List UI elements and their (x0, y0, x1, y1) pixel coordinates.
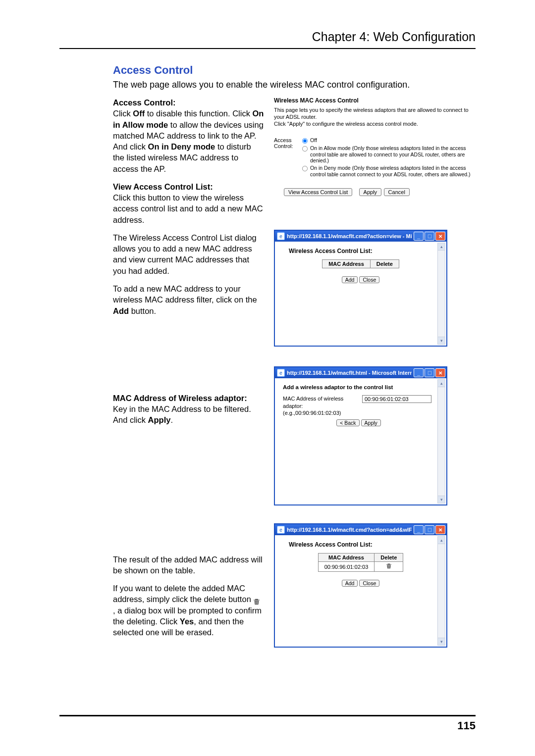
section-intro: The web page allows you to enable the wi… (113, 80, 476, 90)
panel1-buttons: View Access Control List Apply Cancel (284, 187, 476, 196)
scrollbar[interactable]: ▴▾ (437, 536, 445, 646)
mac-table-empty: MAC AddressDelete (322, 259, 399, 268)
ie-icon: e (277, 526, 285, 534)
apply-button[interactable]: Apply (361, 419, 381, 426)
mac-cell: 00:90:96:01:02:03 (318, 562, 374, 572)
scroll-down-icon[interactable]: ▾ (438, 496, 445, 503)
radio-deny[interactable] (302, 166, 308, 171)
trash-icon (253, 597, 260, 604)
radio-allow-label: On in Allow mode (Only those wireless ad… (310, 145, 476, 164)
view-list-heading: View Access Control List: (113, 182, 213, 191)
view-access-control-list-button[interactable]: View Access Control List (284, 188, 352, 196)
ie-icon: e (277, 232, 285, 240)
url-text: http://192.168.1.1/wlmacflt.html - Micro… (287, 370, 412, 376)
scroll-down-icon[interactable]: ▾ (438, 638, 445, 645)
mac-field-label: MAC Address of wireless adaptor: (283, 396, 343, 408)
titlebar: e http://192.168.1.1/wlmacflt.cmd?action… (275, 231, 446, 242)
minimize-button[interactable]: _ (414, 368, 424, 377)
access-control-panel: Wireless MAC Access Control This page le… (274, 97, 476, 196)
delete-row-button[interactable] (386, 563, 392, 570)
scroll-down-icon[interactable]: ▾ (438, 337, 445, 344)
mac-addr-heading: MAC Address of Wireless adaptor: (113, 394, 247, 403)
section-title: Access Control (113, 64, 476, 77)
window-body: ▴▾ Wireless Access Control List: MAC Add… (275, 242, 446, 346)
right-column: Wireless MAC Access Control This page le… (274, 97, 476, 648)
page: Chapter 4: Web Configuration Access Cont… (0, 0, 535, 756)
panel1-title: Wireless MAC Access Control (274, 97, 476, 104)
window-access-list-empty: e http://192.168.1.1/wlmacflt.cmd?action… (274, 230, 447, 347)
col-mac: MAC Address (318, 554, 374, 562)
maximize-button[interactable]: ☐ (425, 232, 434, 241)
ie-icon: e (277, 369, 285, 377)
apply-button[interactable]: Apply (359, 188, 382, 196)
left-column: Access Control: Click Off to disable thi… (113, 97, 264, 645)
window-body: ▴▾ Add a wireless adaptor to the control… (275, 378, 446, 504)
col-delete: Delete (370, 260, 399, 268)
scroll-up-icon[interactable]: ▴ (438, 243, 445, 251)
back-button[interactable]: < Back (336, 419, 359, 426)
window-access-list-filled: e http://192.168.1.1/wlmacflt.cmd?action… (274, 523, 447, 648)
columns: Access Control: Click Off to disable thi… (113, 97, 476, 648)
add-button[interactable]: Add (342, 580, 358, 587)
maximize-button[interactable]: ☐ (425, 525, 434, 534)
scroll-up-icon[interactable]: ▴ (438, 537, 445, 544)
close-button[interactable]: Close (359, 276, 379, 283)
cancel-button[interactable]: Cancel (384, 188, 410, 196)
footer-rule (59, 715, 476, 716)
window-body: ▴▾ Wireless Access Control List: MAC Add… (275, 535, 446, 647)
add-button[interactable]: Add (342, 276, 358, 283)
content: Access Control The web page allows you t… (59, 49, 476, 648)
list-dialog-text: The Wireless Access Control List dialog … (113, 232, 264, 276)
page-number: 115 (457, 719, 476, 732)
mac-address-input[interactable] (362, 395, 431, 403)
scrollbar[interactable]: ▴▾ (437, 243, 445, 345)
titlebar: e http://192.168.1.1/wlmacflt.html - Mic… (275, 367, 446, 378)
radio-options: Off On in Allow mode (Only those wireles… (302, 137, 476, 178)
scroll-up-icon[interactable]: ▴ (438, 380, 445, 387)
radio-deny-label: On in Deny mode (Only those wireless ada… (310, 165, 476, 177)
close-window-button[interactable]: ✕ (435, 368, 445, 377)
win1-title: Wireless Access Control List: (289, 248, 432, 254)
chapter-header: Chapter 4: Web Configuration (59, 30, 476, 48)
win2-title: Add a wireless adaptor to the control li… (283, 384, 434, 390)
panel1-desc: This page lets you to specify the wirele… (274, 107, 476, 127)
titlebar: e http://192.168.1.1/wlmacflt.cmd?action… (275, 524, 446, 535)
close-window-button[interactable]: ✕ (435, 525, 445, 534)
close-button[interactable]: Close (359, 580, 379, 587)
mac-table: MAC AddressDelete 00:90:96:01:02:03 (318, 553, 404, 572)
radio-off-label: Off (310, 137, 317, 144)
result-text-1: The result of the added MAC address will… (113, 554, 264, 576)
minimize-button[interactable]: _ (414, 232, 424, 241)
url-text: http://192.168.1.1/wlmacflt.cmd?action=a… (287, 527, 412, 533)
access-control-heading: Access Control: (113, 98, 176, 107)
window-add-mac: e http://192.168.1.1/wlmacflt.html - Mic… (274, 366, 447, 505)
radio-allow[interactable] (302, 146, 308, 151)
win3-title: Wireless Access Control List: (289, 541, 432, 548)
maximize-button[interactable]: ☐ (425, 368, 434, 377)
mac-field-hint: (e.g.,00:90:96:01:02:03) (283, 410, 341, 416)
table-row: 00:90:96:01:02:03 (318, 562, 403, 572)
view-list-text: Click this button to view the wireless a… (113, 193, 263, 224)
access-control-label: Access Control: (274, 137, 297, 149)
col-mac: MAC Address (322, 260, 371, 268)
scrollbar[interactable]: ▴▾ (437, 379, 445, 504)
access-control-row: Access Control: Off On in Allow mode (On… (274, 137, 476, 178)
url-text: http://192.168.1.1/wlmacflt.cmd?action=v… (287, 233, 412, 239)
radio-off[interactable] (302, 138, 308, 144)
minimize-button[interactable]: _ (414, 525, 424, 534)
col-delete: Delete (374, 554, 403, 562)
close-window-button[interactable]: ✕ (435, 232, 445, 241)
